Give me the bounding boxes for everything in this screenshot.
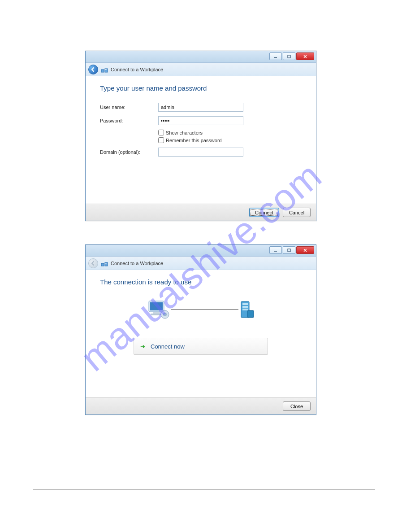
dialog-nav-title: Connect to a Workplace <box>111 67 163 72</box>
page-bottom-rule <box>33 489 375 489</box>
domain-row: Domain (optional): <box>100 148 302 157</box>
show-characters-row: Show characters <box>158 130 302 135</box>
svg-rect-26 <box>247 310 254 318</box>
domain-input[interactable] <box>158 148 243 157</box>
svg-rect-13 <box>105 262 108 266</box>
page-top-rule <box>33 28 375 28</box>
connection-line <box>171 310 238 310</box>
domain-label: Domain (optional): <box>100 149 158 155</box>
svg-rect-1 <box>288 55 290 58</box>
window-titlebar <box>86 245 316 257</box>
window-titlebar <box>86 51 316 63</box>
svg-rect-4 <box>101 70 104 72</box>
connect-workplace-ready-dialog: Connect to a Workplace The connection is… <box>85 244 316 415</box>
minimize-button[interactable] <box>269 246 282 254</box>
connect-workplace-credentials-dialog: Connect to a Workplace Type your user na… <box>85 51 316 221</box>
dialog-heading: The connection is ready to use <box>100 278 302 286</box>
svg-rect-25 <box>242 309 248 310</box>
connect-button[interactable]: Connect <box>249 208 279 217</box>
svg-rect-12 <box>101 263 104 266</box>
svg-rect-7 <box>107 69 108 70</box>
svg-rect-15 <box>107 263 108 264</box>
close-button[interactable] <box>296 246 314 254</box>
show-characters-checkbox[interactable] <box>158 130 164 135</box>
username-input[interactable] <box>158 103 243 112</box>
arrow-right-icon: ➔ <box>140 343 145 350</box>
password-input[interactable] <box>158 116 243 125</box>
dialog-body: Type your user name and password User na… <box>86 76 316 204</box>
svg-rect-14 <box>105 263 106 264</box>
svg-rect-23 <box>242 303 248 305</box>
remember-password-row: Remember this password <box>158 137 302 143</box>
computer-icon <box>146 299 171 320</box>
connect-now-button[interactable]: ➔ Connect now <box>134 338 268 355</box>
svg-rect-24 <box>242 306 248 308</box>
dialog-nav-bar: Connect to a Workplace <box>86 257 316 270</box>
close-dialog-button[interactable]: Close <box>283 401 311 411</box>
dialog-nav-title: Connect to a Workplace <box>111 261 163 266</box>
dialog-nav-bar: Connect to a Workplace <box>86 63 316 76</box>
maximize-button[interactable] <box>283 246 295 254</box>
show-characters-label: Show characters <box>166 130 203 135</box>
password-row: Password: <box>100 116 302 125</box>
svg-rect-18 <box>153 312 160 314</box>
svg-rect-17 <box>150 302 163 310</box>
svg-rect-9 <box>288 249 290 252</box>
username-label: User name: <box>100 105 158 110</box>
username-row: User name: <box>100 103 302 112</box>
close-button[interactable] <box>296 52 314 60</box>
back-button[interactable] <box>88 65 98 74</box>
svg-rect-5 <box>105 69 108 72</box>
connect-now-label: Connect now <box>151 343 185 350</box>
cancel-button[interactable]: Cancel <box>283 208 311 217</box>
dialog-footer: Close <box>86 397 316 414</box>
minimize-button[interactable] <box>269 52 282 60</box>
remember-password-label: Remember this password <box>166 138 222 143</box>
svg-point-21 <box>163 313 167 316</box>
back-button-disabled <box>88 258 98 268</box>
dialog-footer: Connect Cancel <box>86 204 316 221</box>
workplace-icon <box>101 66 108 73</box>
connection-graphic <box>100 299 302 320</box>
password-label: Password: <box>100 118 158 123</box>
maximize-button[interactable] <box>283 52 295 60</box>
dialog-heading: Type your user name and password <box>100 84 302 92</box>
dialog-body: The connection is ready to use ➔ Conn <box>86 270 316 397</box>
server-icon <box>238 300 255 319</box>
workplace-icon <box>101 260 108 267</box>
svg-rect-6 <box>105 69 106 70</box>
remember-password-checkbox[interactable] <box>158 137 164 143</box>
svg-rect-19 <box>151 314 162 315</box>
